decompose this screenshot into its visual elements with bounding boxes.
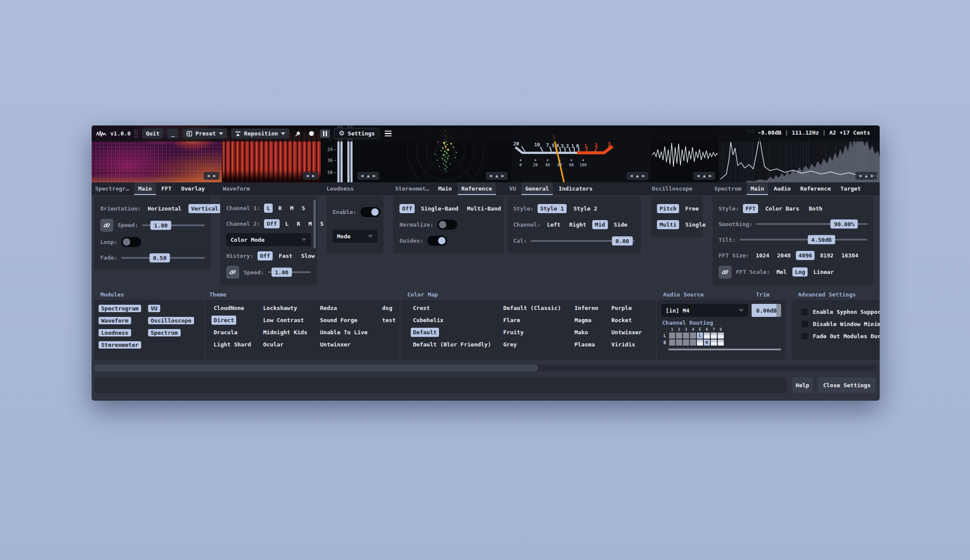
list-item-stereometer[interactable]: Stereometer	[99, 341, 141, 349]
orientation-option-vertical[interactable]: Vertical	[188, 204, 221, 213]
list-item-low-contrast[interactable]: Low Contrast	[261, 316, 306, 325]
routing-cell[interactable]	[718, 339, 724, 346]
list-item-vu[interactable]: VU	[148, 305, 160, 312]
routing-cell[interactable]	[704, 333, 710, 339]
checkbox-fade-out-modules-dur[interactable]	[802, 333, 808, 339]
vu-channel-option-mid[interactable]: Mid	[592, 220, 607, 229]
tab-spectrogr-overlay[interactable]: Overlay	[177, 182, 209, 195]
nav-left-icon[interactable]: ◀	[859, 173, 861, 178]
list-item-cubehelix[interactable]: Cubehelix	[411, 316, 445, 325]
tab-stereomet-reference[interactable]: Reference	[458, 182, 496, 195]
tab-spectrum-audio[interactable]: Audio	[770, 182, 795, 195]
speed-value[interactable]: 1.00	[151, 221, 171, 230]
normalize-toggle[interactable]	[437, 220, 457, 230]
history-option-slow[interactable]: Slow	[298, 251, 317, 260]
checkbox-disable-window-minim[interactable]	[802, 321, 808, 327]
routing-cell[interactable]	[690, 339, 696, 346]
tilt-slider[interactable]: 4.50dB	[739, 234, 868, 245]
band-mode-option-multi-band[interactable]: Multi-Band	[465, 204, 504, 213]
vu-style-option-style-2[interactable]: Style 2	[571, 204, 600, 213]
vu-channel-option-side[interactable]: Side	[611, 220, 630, 229]
history-option-fast[interactable]: Fast	[276, 251, 295, 260]
guides-toggle[interactable]	[427, 236, 447, 246]
nav-up-icon[interactable]: ▲	[636, 173, 639, 178]
history-option-off[interactable]: Off	[257, 251, 273, 260]
panel-scrollbar[interactable]	[313, 200, 316, 248]
settings-horizontal-scrollbar[interactable]	[94, 365, 877, 371]
nav-up-icon[interactable]: ▲	[865, 173, 868, 178]
tilt-value[interactable]: 4.50dB	[808, 235, 835, 244]
loop-toggle[interactable]	[121, 237, 141, 247]
list-item-magma[interactable]: Magma	[572, 316, 594, 325]
list-item-default-classic[interactable]: Default (Classic)	[501, 303, 563, 313]
spectrum-nav[interactable]: ◀▲▶	[855, 172, 877, 180]
fft-scale-option-mel[interactable]: Mel	[774, 267, 789, 277]
band-mode-option-off[interactable]: Off	[399, 204, 415, 213]
nav-right-icon[interactable]: ▶	[213, 173, 216, 178]
list-item-oscilloscope[interactable]: Oscilloscope	[148, 317, 194, 324]
nav-right-icon[interactable]: ▶	[709, 173, 712, 178]
color-mode-dropdown[interactable]: Color Mode	[226, 233, 311, 246]
nav-right-icon[interactable]: ▶	[373, 173, 376, 178]
list-item-cloudnone[interactable]: CloudNone	[211, 303, 246, 313]
settings-button[interactable]: ⚙ Settings	[334, 128, 379, 139]
routing-cell[interactable]: L	[697, 333, 703, 339]
audio-source-dropdown[interactable]: [in] M4	[661, 304, 748, 317]
drag-grip-icon[interactable]	[135, 130, 138, 138]
stereometer-nav[interactable]: ◀▲▶	[486, 172, 508, 180]
cal-value[interactable]: 0.00	[612, 236, 633, 245]
channel1-option-l[interactable]: L	[264, 204, 273, 213]
nav-left-icon[interactable]: ◀	[361, 173, 363, 178]
spectrogram-nav[interactable]: ◀▶	[204, 172, 219, 180]
enable-toggle[interactable]	[360, 207, 380, 217]
list-item-inferno[interactable]: Inferno	[572, 303, 600, 313]
list-item-dsg[interactable]: dsg	[380, 303, 394, 313]
fft-scale-option-log[interactable]: Log	[792, 267, 808, 277]
list-item-light-shard[interactable]: Light Shard	[211, 340, 253, 349]
menu-icon[interactable]	[383, 129, 393, 138]
speed-slider[interactable]: 1.00	[268, 267, 311, 278]
routing-cell[interactable]: R	[704, 339, 710, 346]
routing-cell[interactable]	[676, 339, 682, 346]
routing-cell[interactable]	[690, 333, 696, 339]
preset-button[interactable]: Preset	[182, 128, 227, 138]
tab-vu-indicators[interactable]: Indicators	[554, 182, 596, 195]
list-item-spectrogram[interactable]: Spectrogram	[99, 305, 141, 312]
checkbox-enable-syphon-support[interactable]	[802, 309, 808, 315]
smoothing-value[interactable]: 90.00%	[831, 220, 858, 229]
tab-spectrum-target[interactable]: Target	[837, 182, 865, 195]
list-item-grey[interactable]: Grey	[501, 340, 519, 349]
routing-cell[interactable]	[676, 333, 682, 339]
list-item-untwinxer[interactable]: Untwinxer	[609, 328, 644, 337]
fft-size-option-1024[interactable]: 1024	[753, 251, 772, 260]
tab-spectrum-reference[interactable]: Reference	[796, 182, 835, 195]
routing-cell[interactable]	[669, 339, 675, 346]
spectrum-style-option-color-bars[interactable]: Color Bars	[762, 204, 802, 213]
scrollbar-thumb[interactable]	[94, 365, 538, 371]
channel2-option-s[interactable]: S	[317, 219, 326, 228]
trim-field[interactable]: 0.00dB	[752, 304, 781, 317]
routing-scrollbar[interactable]	[668, 349, 781, 350]
list-item-lockshawty[interactable]: Lockshawty	[261, 303, 299, 313]
loudness-nav[interactable]: ◀▲▶	[357, 172, 379, 180]
close-settings-button[interactable]: Close Settings	[818, 377, 876, 393]
nav-up-icon[interactable]: ▲	[703, 173, 706, 178]
nav-left-icon[interactable]: ◀	[630, 173, 633, 178]
tab-spectrum-main[interactable]: Main	[747, 182, 768, 195]
vu-channel-option-right[interactable]: Right	[567, 220, 589, 229]
nav-right-icon[interactable]: ▶	[642, 173, 645, 178]
channel1-option-m[interactable]: M	[287, 204, 296, 213]
list-item-flare[interactable]: Flare	[501, 316, 522, 325]
list-item-mako[interactable]: Mako	[572, 328, 590, 337]
osc-count-option-multi[interactable]: Multi	[657, 220, 679, 229]
nav-left-icon[interactable]: ◀	[306, 173, 309, 178]
routing-cell[interactable]	[711, 339, 717, 346]
channel2-option-off[interactable]: Off	[264, 219, 279, 228]
list-item-redza[interactable]: Redza	[318, 303, 339, 313]
waveform-nav[interactable]: ◀▶	[303, 172, 318, 180]
nav-right-icon[interactable]: ▶	[501, 173, 504, 178]
speed-value[interactable]: 1.00	[271, 268, 292, 277]
nav-right-icon[interactable]: ▶	[871, 173, 874, 178]
orientation-option-horizontal[interactable]: Horizontal	[145, 204, 184, 213]
fft-size-option-2048[interactable]: 2048	[775, 251, 793, 260]
